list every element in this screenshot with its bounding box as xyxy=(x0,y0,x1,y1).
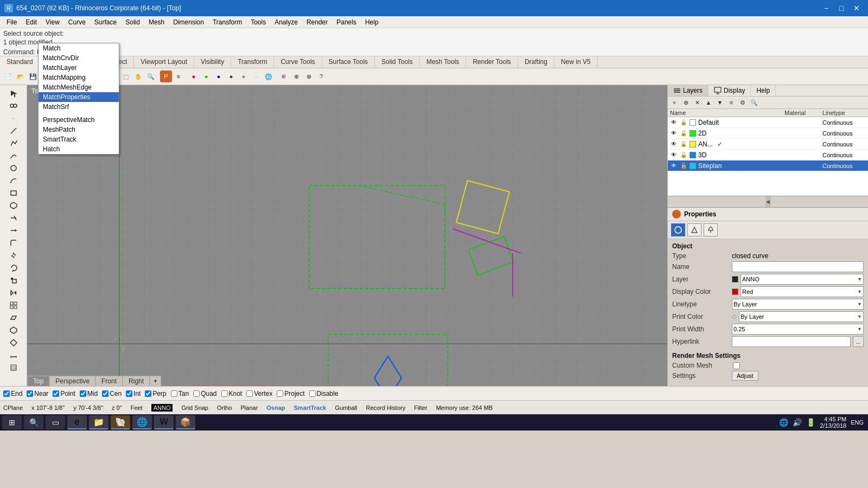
tab-solid-tools[interactable]: Solid Tools xyxy=(375,56,420,68)
osnap-point[interactable]: Point xyxy=(53,390,75,397)
prop-btn-adjust[interactable]: Adjust xyxy=(732,371,758,381)
prop-input-hyperlink[interactable] xyxy=(732,336,851,347)
menu-edit[interactable]: Edit xyxy=(21,17,41,27)
panel-tab-help[interactable]: Help xyxy=(751,85,776,96)
osnap-point-check[interactable] xyxy=(53,390,59,397)
prop-tab-object[interactable] xyxy=(671,223,685,236)
tb-green-circle[interactable]: ● xyxy=(200,70,212,82)
coord-filter[interactable]: Filter xyxy=(414,404,427,411)
layer-row-default[interactable]: 👁 🔓 Default Continuous xyxy=(668,117,868,128)
tb-layers[interactable]: ≡ xyxy=(173,70,184,82)
autocomplete-meshpatch[interactable]: MeshPatch xyxy=(39,125,119,134)
menu-render[interactable]: Render xyxy=(302,17,332,27)
viewport-tab-top[interactable]: Top xyxy=(27,376,49,386)
taskbar-package[interactable]: 📦 xyxy=(176,415,195,429)
layer-lock-anno[interactable]: 🔓 xyxy=(680,140,687,148)
autocomplete-matchproperties[interactable]: MatchProperties xyxy=(39,92,119,102)
layer-color-siteplan[interactable] xyxy=(690,163,696,169)
viewport-tab-add[interactable]: + xyxy=(150,376,161,386)
lt-trim[interactable] xyxy=(3,212,24,224)
layers-delete[interactable]: ✕ xyxy=(692,98,703,107)
osnap-project-check[interactable] xyxy=(277,390,283,397)
osnap-mid[interactable]: Mid xyxy=(80,390,98,397)
viewport-tab-perspective[interactable]: Perspective xyxy=(49,376,95,386)
osnap-tan-check[interactable] xyxy=(171,390,177,397)
lt-mirror[interactable] xyxy=(3,287,24,299)
viewport[interactable]: Top y x xyxy=(27,85,667,386)
tb-red-circle[interactable]: ● xyxy=(188,70,200,82)
layer-color-3d[interactable] xyxy=(690,152,696,158)
osnap-project[interactable]: Project xyxy=(277,390,304,397)
osnap-quad[interactable]: Quad xyxy=(193,390,216,397)
layer-row-2d[interactable]: 👁 🔓 2D Continuous xyxy=(668,128,868,139)
layer-vis-default[interactable]: 👁 xyxy=(670,119,678,126)
osnap-end-check[interactable] xyxy=(3,390,10,397)
tb-open[interactable]: 📂 xyxy=(15,70,27,82)
tab-curve-tools[interactable]: Curve Tools xyxy=(274,56,322,68)
osnap-vertex[interactable]: Vertex xyxy=(246,390,272,397)
menu-curve[interactable]: Curve xyxy=(64,17,90,27)
autocomplete-matchsrf[interactable]: MatchSrf xyxy=(39,102,119,112)
lt-arc[interactable] xyxy=(3,175,24,187)
panel-collapse-btn[interactable]: ◀ xyxy=(765,196,771,207)
lt-select-chain[interactable] xyxy=(3,100,24,112)
lt-extend[interactable] xyxy=(3,224,24,236)
autocomplete-matchcrvdir[interactable]: MatchCrvDir xyxy=(39,53,119,63)
osnap-cen-check[interactable] xyxy=(102,390,108,397)
menu-mesh[interactable]: Mesh xyxy=(144,17,169,27)
layer-color-default[interactable] xyxy=(690,119,696,126)
lt-move[interactable] xyxy=(3,249,24,261)
tab-transform[interactable]: Transform xyxy=(231,56,274,68)
osnap-quad-check[interactable] xyxy=(193,390,200,397)
prop-select-print-width[interactable]: 0.25 ▼ xyxy=(732,324,864,335)
layer-vis-2d[interactable]: 👁 xyxy=(670,130,678,137)
lt-point[interactable]: · xyxy=(3,112,24,124)
layer-lock-default[interactable]: 🔓 xyxy=(680,119,687,126)
prop-select-linetype[interactable]: By Layer ▼ xyxy=(732,299,864,310)
osnap-tan[interactable]: Tan xyxy=(171,390,189,397)
osnap-perp-check[interactable] xyxy=(145,390,151,397)
taskbar-battery-icon[interactable]: 🔋 xyxy=(806,418,815,427)
autocomplete-matchlayer[interactable]: MatchLayer xyxy=(39,63,119,73)
minimize-button[interactable]: − xyxy=(819,2,833,14)
tb-new[interactable]: 📄 xyxy=(2,70,14,82)
prop-input-name[interactable] xyxy=(732,261,864,272)
tab-visibility[interactable]: Visibility xyxy=(194,56,231,68)
menu-surface[interactable]: Surface xyxy=(90,17,121,27)
tab-standard[interactable]: Standard xyxy=(0,56,40,68)
layer-lock-3d[interactable]: 🔓 xyxy=(680,151,687,159)
tb-dark-circle[interactable]: ● xyxy=(225,70,237,82)
taskbar-network-icon[interactable]: 🌐 xyxy=(779,418,788,427)
coord-planar[interactable]: Planar xyxy=(241,404,258,411)
autocomplete-matchmeshedge[interactable]: MatchMeshEdge xyxy=(39,82,119,92)
close-button[interactable]: ✕ xyxy=(850,2,864,14)
coord-smart-track[interactable]: SmartTrack xyxy=(294,404,327,411)
taskbar-volume-icon[interactable]: 🔊 xyxy=(793,418,802,427)
lt-surface[interactable] xyxy=(3,312,24,324)
lt-circle[interactable] xyxy=(3,162,24,174)
lt-mesh[interactable] xyxy=(3,337,24,349)
tb-blue-circle[interactable]: ● xyxy=(213,70,225,82)
layers-filter[interactable]: ⚙ xyxy=(737,98,748,107)
tb-properties[interactable]: P xyxy=(160,70,172,82)
menu-dimension[interactable]: Dimension xyxy=(169,17,208,27)
layers-down[interactable]: ▼ xyxy=(714,98,725,107)
osnap-mid-check[interactable] xyxy=(80,390,86,397)
layer-vis-siteplan[interactable]: 👁 xyxy=(670,162,678,170)
lt-rotate[interactable] xyxy=(3,262,24,274)
layers-new-child[interactable]: ⊕ xyxy=(680,98,691,107)
osnap-near[interactable]: Near xyxy=(27,390,48,397)
coord-ortho[interactable]: Ortho xyxy=(217,404,232,411)
osnap-cen[interactable]: Cen xyxy=(102,390,122,397)
osnap-knot[interactable]: Knot xyxy=(221,390,242,397)
viewport-tab-right[interactable]: Right xyxy=(123,376,150,386)
layer-vis-3d[interactable]: 👁 xyxy=(670,151,678,159)
autocomplete-smarttrack[interactable]: SmartTrack xyxy=(39,134,119,144)
layers-up[interactable]: ▲ xyxy=(703,98,714,107)
osnap-near-check[interactable] xyxy=(27,390,33,397)
menu-view[interactable]: View xyxy=(41,17,64,27)
lt-solid[interactable] xyxy=(3,324,24,336)
coord-osnap[interactable]: Osnap xyxy=(266,404,285,411)
lt-rectangle[interactable] xyxy=(3,187,24,199)
lt-polygon[interactable] xyxy=(3,200,24,211)
